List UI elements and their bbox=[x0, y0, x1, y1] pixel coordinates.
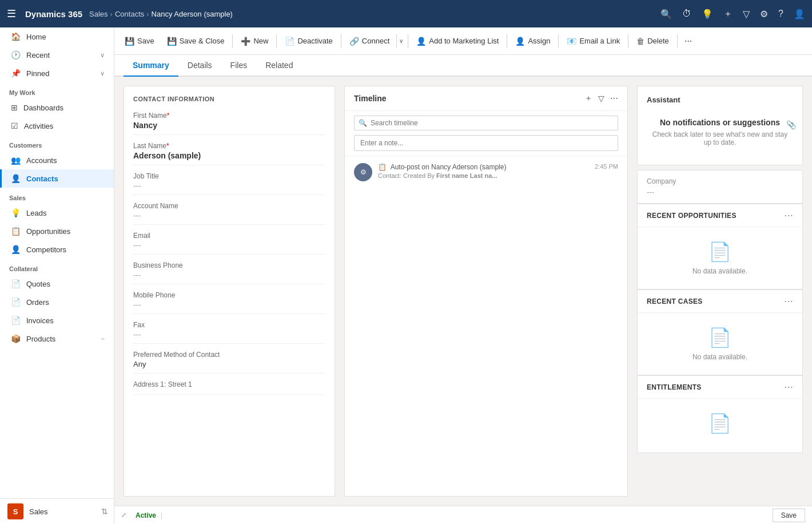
assign-button[interactable]: 👤 Assign bbox=[510, 33, 556, 49]
breadcrumb: Sales › Contacts › Nancy Aderson (sample… bbox=[89, 10, 233, 18]
sales-label: Sales bbox=[0, 188, 114, 204]
account-name-value[interactable]: --- bbox=[133, 211, 325, 220]
sidebar-item-products[interactable]: 📦 Products − bbox=[0, 330, 114, 348]
recent-cases-more[interactable]: ⋯ bbox=[784, 296, 793, 307]
last-name-value[interactable]: Aderson (sample) bbox=[133, 151, 325, 160]
timeline-note-input[interactable] bbox=[354, 135, 618, 151]
user-icon[interactable]: 👤 bbox=[794, 9, 805, 19]
email-link-label: Email a Link bbox=[579, 37, 620, 45]
sidebar-item-contacts[interactable]: 👤 Contacts bbox=[0, 169, 114, 188]
sidebar-item-opportunities[interactable]: 📋 Opportunities bbox=[0, 222, 114, 240]
job-title-label: Job Title bbox=[133, 172, 325, 180]
contacts-icon: 👤 bbox=[11, 174, 21, 183]
status-expand-icon[interactable]: ⤢ bbox=[121, 511, 126, 519]
filter-icon[interactable]: ▽ bbox=[743, 9, 750, 19]
company-label: Company bbox=[647, 177, 793, 185]
timeline-filter-btn[interactable]: ▽ bbox=[598, 94, 604, 103]
connect-dropdown-chevron[interactable]: ∨ bbox=[396, 34, 405, 47]
save-button[interactable]: 💾 Save bbox=[119, 33, 160, 49]
recent-cases-header[interactable]: RECENT CASES ⋯ bbox=[638, 289, 802, 313]
fax-value[interactable]: --- bbox=[133, 330, 325, 339]
business-phone-value[interactable]: --- bbox=[133, 271, 325, 279]
company-value[interactable]: --- bbox=[647, 188, 793, 196]
field-mobile-phone: Mobile Phone --- bbox=[133, 291, 325, 314]
sidebar-label-leads: Leads bbox=[26, 209, 46, 217]
breadcrumb-contacts[interactable]: Contacts bbox=[115, 10, 144, 18]
search-icon[interactable]: 🔍 bbox=[660, 9, 672, 19]
command-bar: 💾 Save 💾 Save & Close ➕ New 📄 Deactivate… bbox=[114, 27, 812, 55]
field-last-name: Last Name* Aderson (sample) bbox=[133, 142, 325, 165]
right-panels: Assistant No notifications or suggestion… bbox=[637, 86, 803, 497]
email-link-button[interactable]: 📧 Email a Link bbox=[561, 33, 626, 49]
attach-icon[interactable]: 📎 bbox=[786, 120, 796, 129]
settings-icon[interactable]: ⚙ bbox=[760, 9, 768, 19]
timeline-search-input[interactable] bbox=[354, 116, 618, 130]
sidebar-item-orders[interactable]: 📄 Orders bbox=[0, 293, 114, 311]
preferred-contact-value[interactable]: Any bbox=[133, 360, 325, 368]
save-close-icon: 💾 bbox=[167, 37, 177, 46]
save-close-button[interactable]: 💾 Save & Close bbox=[161, 33, 230, 49]
job-title-value[interactable]: --- bbox=[133, 181, 325, 190]
opportunities-icon: 📋 bbox=[11, 227, 21, 236]
sidebar-item-dashboards[interactable]: ⊞ Dashboards bbox=[0, 98, 114, 117]
email-value[interactable]: --- bbox=[133, 241, 325, 249]
leads-icon: 💡 bbox=[11, 208, 21, 217]
bulb-icon[interactable]: 💡 bbox=[702, 9, 713, 19]
sidebar-item-leads[interactable]: 💡 Leads bbox=[0, 204, 114, 222]
breadcrumb-sales[interactable]: Sales bbox=[89, 10, 108, 18]
recent-opportunities-more[interactable]: ⋯ bbox=[784, 210, 793, 221]
fax-label: Fax bbox=[133, 321, 325, 329]
sidebar-item-recent[interactable]: 🕐 Recent ∨ bbox=[0, 46, 114, 64]
sidebar-item-pinned[interactable]: 📌 Pinned ∨ bbox=[0, 64, 114, 82]
more-commands-button[interactable]: ⋯ bbox=[680, 33, 696, 49]
main-layout: 🏠 Home 🕐 Recent ∨ 📌 Pinned ∨ My Work ⊞ D… bbox=[0, 27, 812, 524]
sidebar-item-activities[interactable]: ☑ Activities bbox=[0, 117, 114, 135]
collateral-label: Collateral bbox=[0, 259, 114, 275]
entitlements-header[interactable]: ENTITLEMENTS ⋯ bbox=[638, 375, 802, 399]
sidebar-item-sales-hub[interactable]: S Sales ⇅ bbox=[0, 499, 114, 524]
pinned-icon: 📌 bbox=[11, 69, 21, 78]
sidebar-item-quotes[interactable]: 📄 Quotes bbox=[0, 275, 114, 293]
connect-button[interactable]: 🔗 Connect bbox=[344, 33, 395, 49]
status-bar: ⤢ Active | Save bbox=[114, 506, 812, 524]
last-name-label: Last Name* bbox=[133, 142, 325, 150]
mobile-phone-value[interactable]: --- bbox=[133, 300, 325, 309]
recent-cases-section: RECENT CASES ⋯ 📄 No data available. bbox=[637, 289, 803, 375]
sidebar-item-home[interactable]: 🏠 Home bbox=[0, 27, 114, 46]
field-fax: Fax --- bbox=[133, 321, 325, 344]
help-icon[interactable]: ? bbox=[778, 9, 783, 19]
sidebar-label-competitors: Competitors bbox=[26, 245, 66, 254]
sidebar-item-competitors[interactable]: 👤 Competitors bbox=[0, 240, 114, 259]
cmd-sep2 bbox=[276, 34, 277, 48]
field-business-phone: Business Phone --- bbox=[133, 261, 325, 284]
entitlements-more[interactable]: ⋯ bbox=[784, 382, 793, 392]
hamburger-menu[interactable]: ☰ bbox=[7, 7, 16, 20]
tab-files[interactable]: Files bbox=[221, 55, 257, 77]
clock-icon[interactable]: ⏱ bbox=[682, 9, 691, 19]
recent-opportunities-header[interactable]: RECENT OPPORTUNITIES ⋯ bbox=[638, 204, 802, 227]
deactivate-button[interactable]: 📄 Deactivate bbox=[279, 33, 338, 49]
accounts-icon: 👥 bbox=[11, 156, 21, 165]
tab-summary[interactable]: Summary bbox=[124, 55, 178, 77]
plus-icon[interactable]: ＋ bbox=[723, 8, 733, 20]
new-button[interactable]: ➕ New bbox=[235, 33, 274, 49]
sidebar-item-accounts[interactable]: 👥 Accounts bbox=[0, 151, 114, 169]
add-marketing-icon: 👤 bbox=[416, 37, 426, 46]
recent-opportunities-empty-text: No data available. bbox=[647, 267, 793, 275]
sidebar-item-invoices[interactable]: 📄 Invoices bbox=[0, 311, 114, 330]
sales-hub-expand-icon[interactable]: ⇅ bbox=[101, 507, 108, 516]
timeline-more-btn[interactable]: ⋯ bbox=[610, 94, 618, 103]
timeline-add-btn[interactable]: ＋ bbox=[584, 93, 592, 104]
add-marketing-button[interactable]: 👤 Add to Marketing List bbox=[411, 33, 504, 49]
tab-details[interactable]: Details bbox=[178, 55, 221, 77]
email-link-icon: 📧 bbox=[567, 37, 576, 46]
first-name-value[interactable]: Nancy bbox=[133, 121, 325, 130]
status-save-button[interactable]: Save bbox=[773, 509, 805, 522]
timeline-title: Timeline bbox=[354, 94, 584, 103]
tab-related[interactable]: Related bbox=[256, 55, 302, 77]
timeline-item-content: 📋 Auto-post on Nancy Aderson (sample) Co… bbox=[378, 163, 589, 179]
quotes-icon: 📄 bbox=[11, 279, 21, 288]
delete-button[interactable]: 🗑 Delete bbox=[631, 33, 675, 49]
assistant-panel: Assistant No notifications or suggestion… bbox=[637, 86, 803, 165]
page-content: CONTACT INFORMATION First Name* Nancy La… bbox=[114, 77, 812, 506]
